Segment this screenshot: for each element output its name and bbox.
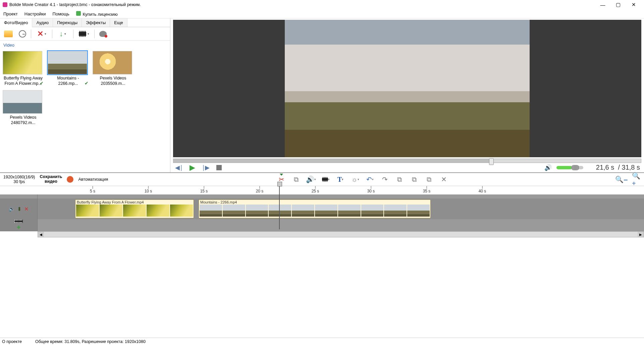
status-bar: О проекте Общее время: 31.809s, Разрешен… (0, 338, 644, 345)
video-track-body[interactable]: Butterfly Flying Away From A Flower.mp4 … (38, 198, 644, 219)
text-button[interactable]: T▾ (336, 175, 345, 184)
thumb-image (48, 51, 87, 74)
license-icon (76, 11, 81, 16)
zoom-in-button[interactable]: 🔍+ (632, 175, 641, 184)
media-thumbnails: Butterfly Flying AwayFrom A Flower.mp...… (0, 50, 170, 127)
media-section-header: Video (0, 41, 170, 50)
timeline-ruler[interactable]: 5 s10 s15 s20 s25 s30 s35 s40 s (0, 186, 644, 194)
timeline-hscroll[interactable]: ◀ ▶ (38, 231, 644, 237)
webcam-button[interactable] (97, 28, 109, 39)
copy-button[interactable]: ⧉ (395, 175, 404, 184)
video-track[interactable]: 🔈 ⬍ ✕ Butterfly Flying Away From A Flowe… (0, 198, 644, 219)
menu-settings[interactable]: Настройки (24, 11, 46, 16)
time-readout: 21,6 s / 31,8 s (596, 164, 640, 171)
film-icon (15, 220, 23, 223)
preview-viewport (173, 20, 641, 157)
main-menu: Проект Настройки Помощь Купить лицензию (0, 9, 644, 18)
duplicate-button[interactable]: ⧉ (425, 175, 433, 184)
paste-button[interactable]: ⧉ (410, 175, 419, 184)
ruler-tick: 35 s (423, 186, 431, 193)
maximize-button[interactable]: ▢ (610, 0, 626, 9)
window-titlebar: Bolide Movie Creator 4.1 - lastproject.b… (0, 0, 644, 9)
save-video-button[interactable]: Сохранить видео (40, 175, 62, 184)
media-thumb-1[interactable]: Mountains -2266.mp...✔ (48, 51, 89, 86)
minimize-button[interactable]: ― (595, 0, 610, 9)
volume-icon[interactable]: 🔊 (544, 164, 552, 171)
check-icon: ✔ (40, 80, 44, 87)
open-folder-button[interactable] (3, 28, 14, 39)
clock-icon (19, 30, 26, 38)
undo-button[interactable]: ↶▾ (366, 175, 374, 184)
stop-button[interactable] (215, 163, 223, 172)
brightness-button[interactable]: ☼▾ (351, 175, 360, 184)
folder-icon (4, 31, 13, 37)
scrubber-handle[interactable] (489, 158, 494, 165)
preview-image (285, 20, 530, 157)
add-to-timeline-button[interactable]: ↓▾ (55, 28, 70, 39)
tab-audio[interactable]: Аудио (32, 18, 53, 27)
current-time: 21,6 s (596, 164, 614, 171)
project-dimensions: 1920x1080(16/9) 30 fps (3, 175, 35, 184)
dims-line2: 30 fps (3, 179, 35, 184)
clip-1-label: Butterfly Flying Away From A Flower.mp4 (75, 200, 194, 205)
timeline-clip-1[interactable]: Butterfly Flying Away From A Flower.mp4 (75, 199, 194, 218)
media-panel: Фото/Видео Аудио Переходы Эффекты Еще ✕▾… (0, 18, 170, 172)
menu-buy-license[interactable]: Купить лицензию (76, 11, 118, 17)
thumb-label: Pexels Videos2035509.m... (93, 76, 133, 86)
thumb-label: Pexels Videos2480792.m... (3, 115, 44, 125)
record-icon[interactable] (67, 176, 73, 183)
save-line1: Сохранить (40, 175, 62, 179)
scroll-left-button[interactable]: ◀ (38, 232, 44, 237)
separator (52, 30, 52, 38)
menu-project[interactable]: Проект (3, 11, 18, 16)
thumb-image (3, 51, 42, 74)
x-icon: ✕ (37, 30, 43, 38)
recent-button[interactable] (17, 28, 28, 39)
timeline-tools: ✂ ⧉ 🔊▾ ▾ T▾ ☼▾ ↶▾ ↷ ⧉ ⧉ ⧉ ✕ (277, 175, 448, 184)
crop-button[interactable]: ⧉ (292, 175, 301, 184)
media-thumb-2[interactable]: Pexels Videos2035509.m... (93, 51, 133, 86)
audio-button[interactable]: 🔊▾ (307, 175, 315, 184)
menu-help[interactable]: Помощь (53, 11, 69, 16)
status-about[interactable]: О проекте (2, 339, 22, 344)
preview-scrubber[interactable] (173, 159, 641, 163)
delete-clip-button[interactable]: ✕ (439, 175, 448, 184)
media-thumb-0[interactable]: Butterfly Flying AwayFrom A Flower.mp...… (3, 51, 44, 86)
expand-icon[interactable]: ⬍ (17, 206, 21, 212)
ruler-tick: 5 s (90, 186, 95, 193)
next-frame-button[interactable]: ∣▶ (201, 163, 210, 172)
add-track-button[interactable]: + (17, 224, 21, 231)
preview-panel: ◀∣ ▶ ∣▶ 🔊 21,6 s / 31,8 s (170, 18, 644, 172)
redo-button[interactable]: ↷ (380, 175, 389, 184)
tab-transitions[interactable]: Переходы (53, 18, 82, 27)
close-button[interactable]: ✕ (626, 0, 641, 9)
dims-line1: 1920x1080(16/9) (3, 175, 35, 179)
automation-label[interactable]: Автоматизация (78, 177, 108, 182)
video-settings-button[interactable]: ▾ (321, 175, 330, 184)
play-button[interactable]: ▶ (188, 163, 197, 172)
remove-track-icon[interactable]: ✕ (24, 206, 29, 212)
tab-photo-video[interactable]: Фото/Видео (0, 18, 32, 27)
media-toolbar: ✕▾ ↓▾ ▾ (0, 27, 170, 41)
scroll-right-button[interactable]: ▶ (638, 232, 644, 237)
zoom-out-button[interactable]: 🔍‒ (617, 175, 626, 184)
tab-more[interactable]: Еще (110, 18, 127, 27)
playhead[interactable] (279, 186, 280, 229)
check-icon: ✔ (85, 80, 89, 87)
separator (73, 30, 73, 38)
thumb-label: Mountains -2266.mp...✔ (48, 76, 89, 86)
ruler-tick: 40 s (479, 186, 486, 193)
arrow-down-icon: ↓ (59, 30, 63, 38)
media-tabs: Фото/Видео Аудио Переходы Эффекты Еще (0, 18, 170, 27)
prev-frame-button[interactable]: ◀∣ (174, 163, 183, 172)
webcam-icon (99, 31, 107, 37)
film-button[interactable]: ▾ (76, 28, 92, 39)
timeline-tracks: 🔈 ⬍ ✕ Butterfly Flying Away From A Flowe… (0, 194, 644, 231)
media-thumb-3[interactable]: Pexels Videos2480792.m... (3, 90, 44, 125)
mute-icon[interactable]: 🔈 (9, 206, 14, 212)
delete-button[interactable]: ✕▾ (34, 28, 49, 39)
timeline-clip-2[interactable]: Mountains - 2266.mp4 (199, 199, 431, 218)
tab-effects[interactable]: Эффекты (82, 18, 110, 27)
ruler-tick: 10 s (145, 186, 152, 193)
volume-slider[interactable] (556, 166, 583, 169)
